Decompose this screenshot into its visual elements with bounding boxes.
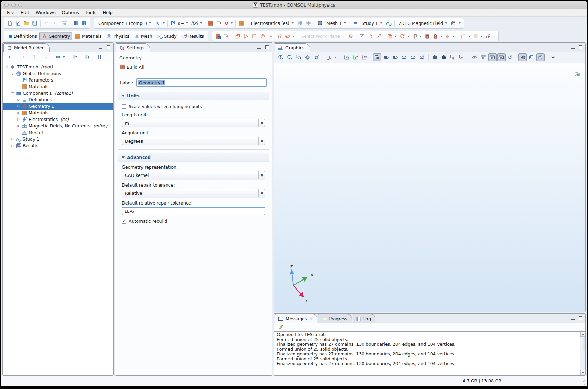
zoom-extents-button[interactable] (304, 53, 312, 61)
repair-tolerance-select[interactable]: Relative (122, 189, 265, 197)
import-button[interactable] (215, 19, 223, 27)
minimize-panel-icon[interactable] (571, 48, 575, 49)
zoom-window-button[interactable] (18, 3, 22, 7)
help-button[interactable]: ? (80, 19, 88, 27)
title-bar[interactable]: X TEST.mph - COMSOL Multiphysics (1, 1, 587, 9)
tree-item-definitions[interactable]: ▷≡Definitions (3, 96, 113, 103)
camera-view-3-button[interactable] (400, 53, 408, 61)
tree-expander-icon[interactable]: ▽ (5, 65, 9, 68)
fillet-button[interactable] (459, 32, 472, 40)
label-input[interactable]: Geometry 1 (136, 78, 267, 87)
messages-scrollbar[interactable] (580, 332, 585, 375)
model-builder-tab[interactable]: Model Builder (3, 43, 50, 52)
units-section-header[interactable]: Units (118, 92, 269, 100)
tree-expander-icon[interactable]: ▽ (11, 92, 14, 95)
tree-item-parameters[interactable]: PiParameters (3, 77, 113, 83)
view-yz-button[interactable]: yz (351, 53, 360, 61)
sketch-button[interactable] (358, 32, 366, 40)
view-xy-button[interactable]: xy (342, 53, 351, 61)
node-text-options-button[interactable] (95, 53, 104, 61)
scrollbar-track[interactable] (580, 337, 585, 370)
documentation-button[interactable] (72, 19, 80, 27)
tree-item-results[interactable]: ▷Results (3, 142, 113, 149)
tree-expander-icon[interactable]: ▷ (17, 118, 20, 121)
more-options-button[interactable] (549, 53, 557, 61)
workflow-mesh[interactable]: Mesh (132, 32, 155, 40)
expand-all-button[interactable] (83, 53, 91, 61)
maximize-panel-icon[interactable] (579, 45, 582, 49)
tree-item-electrostatics[interactable]: ▷Electrostatics(es) (3, 116, 113, 123)
functions-button[interactable]: f(x) (189, 19, 204, 27)
camera-view-4-button[interactable] (409, 53, 417, 61)
minimize-panel-icon[interactable] (257, 48, 261, 49)
model-wizard-button[interactable] (14, 19, 22, 27)
build-all-button[interactable] (207, 19, 215, 27)
variables-button[interactable]: a= (177, 19, 189, 27)
tab-log[interactable]: Log (353, 314, 375, 323)
tab-messages[interactable]: Messages× (275, 314, 317, 323)
menu-help[interactable]: Help (99, 9, 116, 17)
transparency-button[interactable] (418, 53, 426, 61)
workflow-materials[interactable]: Materials (72, 32, 104, 40)
clip-plane-button[interactable] (518, 53, 527, 61)
graphics-tab[interactable]: Graphics (275, 43, 310, 52)
brush-select-button[interactable] (458, 53, 466, 61)
parameters-button[interactable]: Pi (169, 19, 177, 27)
tree-expander-icon[interactable]: ▷ (11, 137, 14, 141)
transforms-button[interactable] (398, 32, 411, 40)
reset-hiding-button[interactable]: ↺ (506, 53, 514, 61)
reset-desktop-button[interactable]: ↻ (60, 19, 69, 27)
box-select-button[interactable] (449, 53, 457, 61)
tree-item-magnetic-fields-no-currents[interactable]: ▷Magnetic Fields, No Currents(mfnc) (3, 123, 113, 129)
advanced-section-header[interactable]: Advanced (118, 153, 269, 162)
extrude-button[interactable] (346, 32, 355, 40)
close-tab-icon[interactable]: × (310, 316, 313, 321)
add-material-button[interactable] (237, 19, 245, 27)
selections-button[interactable] (484, 32, 497, 40)
open-file-button[interactable] (22, 19, 31, 27)
minimize-window-button[interactable] (11, 3, 16, 7)
scroll-up-icon[interactable] (580, 332, 585, 337)
workflow-study[interactable]: Study (155, 32, 179, 40)
menu-file[interactable]: File (4, 9, 18, 17)
geometry-representation-select[interactable]: CAD kernel (122, 171, 265, 179)
add-plot-group-button[interactable] (450, 19, 462, 27)
square-button[interactable] (250, 32, 258, 40)
mesh-selector[interactable]: Mesh 1 (324, 19, 349, 27)
add-physics-button[interactable] (296, 19, 304, 27)
study-selector[interactable]: Study 1 (359, 19, 385, 27)
clear-messages-button[interactable] (277, 323, 285, 331)
scale-values-checkbox[interactable] (122, 104, 126, 109)
collapse-all-button[interactable] (70, 53, 79, 61)
sweep-button[interactable] (374, 32, 383, 40)
workflow-physics[interactable]: Physics (104, 32, 131, 40)
menu-edit[interactable]: Edit (18, 9, 32, 17)
maximize-panel-icon[interactable] (107, 45, 110, 49)
zoom-out-button[interactable] (286, 53, 294, 61)
view-hidden-button[interactable] (488, 53, 497, 61)
show-grid-button[interactable] (536, 53, 545, 61)
delete-button[interactable] (423, 32, 431, 40)
tree-item-component-1[interactable]: ▽Component 1(comp1) (3, 90, 113, 96)
export-geometry-button[interactable] (222, 32, 231, 40)
cross-section-button[interactable] (444, 32, 456, 40)
build-all-button[interactable]: Build All (119, 63, 147, 71)
maximize-panel-icon[interactable] (265, 45, 269, 49)
tree-expander-icon[interactable]: ▷ (17, 105, 20, 108)
show-selections-button[interactable] (497, 53, 506, 61)
default-view-button[interactable] (325, 53, 338, 61)
maximize-panel-icon[interactable] (579, 316, 582, 320)
virtual-operations-button[interactable] (431, 32, 444, 40)
component-selector[interactable]: Component 1 (comp1) (96, 19, 154, 27)
graphics-canvas[interactable]: z y x (274, 63, 585, 312)
tab-progress[interactable]: Progress (318, 314, 352, 323)
camera-view-1-button[interactable] (382, 53, 390, 61)
snapshot-button[interactable] (574, 70, 581, 78)
add-multiphysics-button[interactable] (304, 19, 313, 27)
workflow-geometry[interactable]: Geometry (39, 32, 72, 40)
block-button[interactable] (234, 32, 242, 40)
length-unit-select[interactable]: m (122, 119, 265, 127)
zoom-to-selection-button[interactable] (313, 53, 321, 61)
resize-grip-icon[interactable] (581, 380, 586, 385)
tree-item-geometry-1[interactable]: ▷Geometry 1 (3, 103, 113, 110)
